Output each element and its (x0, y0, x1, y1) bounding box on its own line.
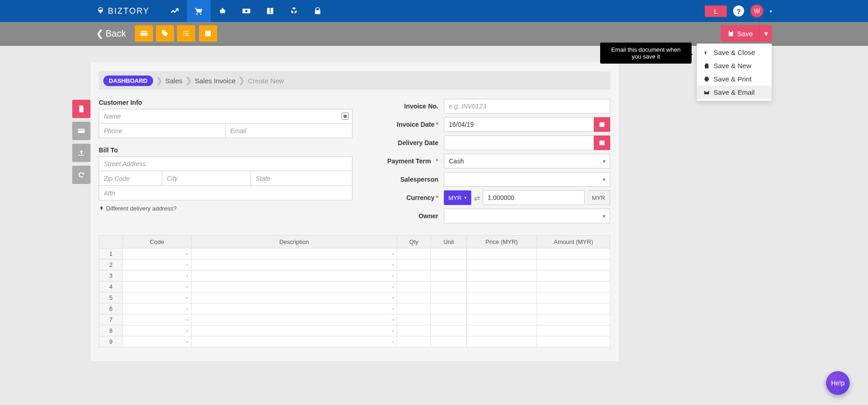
tab-payment[interactable] (72, 122, 91, 140)
plan-badge[interactable]: L (705, 5, 727, 17)
breadcrumb-dashboard[interactable]: DASHBOARD (103, 76, 153, 86)
customer-name-input[interactable] (99, 109, 352, 124)
cash-icon[interactable] (234, 0, 258, 22)
qty-cell[interactable] (397, 270, 431, 281)
save-button[interactable]: Save (721, 25, 759, 42)
zip-input[interactable] (99, 171, 162, 186)
contact-card-icon[interactable] (341, 113, 349, 120)
invoice-date-picker[interactable] (594, 117, 610, 132)
tab-refresh[interactable] (72, 166, 91, 184)
price-cell[interactable] (467, 292, 537, 303)
price-cell[interactable] (467, 248, 537, 259)
code-cell[interactable] (123, 314, 192, 325)
table-row: 4 (99, 281, 610, 292)
qty-cell[interactable] (397, 314, 431, 325)
desc-cell[interactable] (192, 292, 397, 303)
delivery-date-picker[interactable] (594, 135, 610, 150)
unit-cell[interactable] (431, 303, 467, 314)
qty-cell[interactable] (397, 281, 431, 292)
tab-document[interactable] (72, 100, 91, 118)
price-cell[interactable] (467, 259, 537, 270)
user-avatar[interactable]: W (751, 5, 763, 17)
help-icon[interactable]: ? (733, 5, 744, 16)
desc-cell[interactable] (192, 336, 397, 347)
basket-icon[interactable] (211, 0, 234, 22)
back-button[interactable]: ❮ Back (96, 28, 126, 39)
code-cell[interactable] (123, 248, 192, 259)
user-menu-caret[interactable]: ▾ (770, 9, 772, 14)
code-cell[interactable] (123, 292, 192, 303)
card-icon-button[interactable] (135, 25, 153, 42)
calendar-check-icon-button[interactable] (199, 25, 217, 42)
salesperson-select[interactable] (444, 172, 610, 187)
price-cell[interactable] (467, 325, 537, 336)
unit-cell[interactable] (431, 325, 467, 336)
save-and-email[interactable]: Save & Email (697, 86, 772, 99)
price-cell[interactable] (467, 314, 537, 325)
breadcrumb-sales-invoice[interactable]: Sales Invoice (195, 77, 235, 85)
tab-upload[interactable] (72, 144, 91, 162)
qty-cell[interactable] (397, 248, 431, 259)
save-caret[interactable]: ▾ (759, 25, 772, 42)
qty-cell[interactable] (397, 259, 431, 270)
unit-cell[interactable] (431, 314, 467, 325)
desc-cell[interactable] (192, 325, 397, 336)
unit-cell[interactable] (431, 248, 467, 259)
price-cell[interactable] (467, 270, 537, 281)
price-cell[interactable] (467, 281, 537, 292)
attn-input[interactable] (99, 186, 352, 200)
code-cell[interactable] (123, 303, 192, 314)
city-input[interactable] (162, 171, 251, 186)
book-icon[interactable] (258, 0, 282, 22)
code-cell[interactable] (123, 336, 192, 347)
help-bubble[interactable]: He!p (826, 371, 850, 395)
customer-email-input[interactable] (226, 124, 353, 138)
unit-cell[interactable] (431, 259, 467, 270)
desc-cell[interactable] (192, 303, 397, 314)
code-cell[interactable] (123, 281, 192, 292)
unit-cell[interactable] (431, 336, 467, 347)
qty-cell[interactable] (397, 336, 431, 347)
desc-cell[interactable] (192, 259, 397, 270)
state-input[interactable] (251, 171, 352, 186)
invoice-date-input[interactable] (444, 117, 610, 132)
qty-cell[interactable] (397, 325, 431, 336)
save-and-close[interactable]: Save & Close (697, 46, 772, 59)
row-number: 2 (99, 259, 123, 270)
breadcrumb-sales[interactable]: Sales (165, 77, 183, 85)
customer-phone-input[interactable] (99, 124, 226, 138)
chart-line-icon[interactable] (163, 0, 187, 22)
desc-cell[interactable] (192, 248, 397, 259)
payment-term-select[interactable]: Cash (444, 154, 610, 168)
save-and-new[interactable]: Save & New (697, 59, 772, 72)
unit-cell[interactable] (431, 270, 467, 281)
price-cell[interactable] (467, 303, 537, 314)
save-dropdown: Save & Close Save & New Save & Print Sav… (697, 43, 772, 101)
invoice-no-input[interactable] (444, 99, 610, 113)
unit-cell[interactable] (431, 292, 467, 303)
save-and-print[interactable]: Save & Print (697, 72, 772, 86)
unit-cell[interactable] (431, 281, 467, 292)
price-cell[interactable] (467, 336, 537, 347)
street-input[interactable] (99, 157, 352, 171)
delivery-date-input[interactable] (444, 135, 610, 150)
qty-cell[interactable] (397, 303, 431, 314)
boxes-icon[interactable] (282, 0, 306, 22)
lock-icon[interactable] (306, 0, 330, 22)
code-cell[interactable] (123, 270, 192, 281)
brand-logo[interactable]: BIZTORY (96, 6, 149, 16)
code-cell[interactable] (123, 325, 192, 336)
code-cell[interactable] (123, 259, 192, 270)
different-delivery-link[interactable]: Different delivery address? (99, 205, 352, 212)
qty-cell[interactable] (397, 292, 431, 303)
desc-cell[interactable] (192, 314, 397, 325)
currency-button[interactable]: MYR (444, 190, 471, 205)
list-icon-button[interactable] (177, 25, 195, 42)
cart-icon[interactable] (187, 0, 211, 22)
desc-cell[interactable] (192, 281, 397, 292)
currency-rate-input[interactable] (483, 190, 585, 205)
desc-cell[interactable] (192, 270, 397, 281)
save-item-label: Save & Print (714, 75, 751, 83)
tag-icon-button[interactable] (156, 25, 174, 42)
owner-select[interactable] (444, 209, 610, 223)
